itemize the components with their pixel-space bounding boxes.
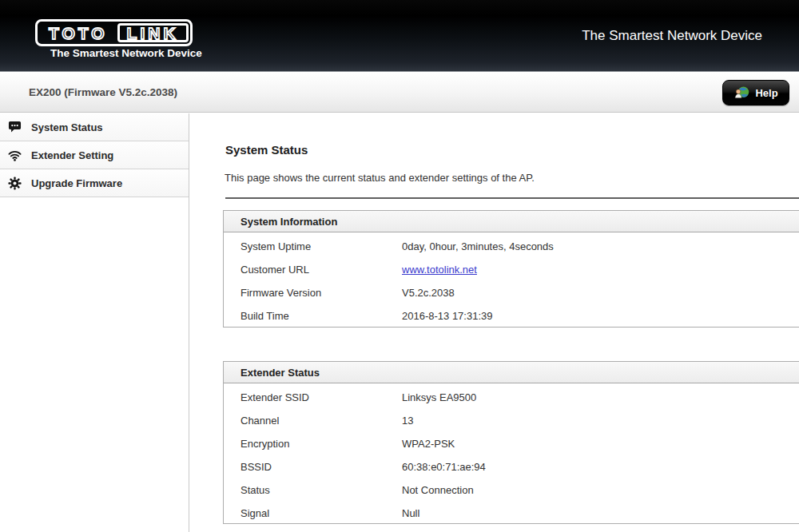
row-label: Customer URL [224, 264, 402, 276]
table-rows: Extender SSIDLinksys EA9500Channel13Encr… [224, 383, 799, 525]
logo-text-link: LINK [127, 25, 179, 42]
subheader-bar: EX200 (Firmware V5.2c.2038) Help [0, 73, 799, 113]
router-admin-page: TOTO LINK The Smartest Network Device Th… [0, 0, 799, 532]
help-button-label: Help [755, 87, 777, 99]
table-row: Channel13 [224, 409, 799, 432]
brand-header: TOTO LINK The Smartest Network Device Th… [0, 0, 799, 72]
sidebar-item-label: Upgrade Firmware [31, 177, 122, 189]
row-label: Channel [224, 415, 402, 427]
sidebar-item-label: Extender Setting [31, 149, 113, 161]
table-row: StatusNot Connection [224, 478, 799, 502]
row-label: Signal [224, 507, 402, 519]
sidebar-nav: System Status Extender Setting [0, 113, 189, 532]
sidebar-item-label: System Status [31, 121, 103, 133]
main-content: System Status This page shows the curren… [190, 113, 799, 532]
row-value: V5.2c.2038 [402, 287, 455, 299]
extender-status-table: Extender Status Extender SSIDLinksys EA9… [223, 361, 799, 524]
chat-status-icon [8, 121, 22, 134]
gear-icon [8, 177, 22, 190]
row-label: Firmware Version [224, 287, 402, 299]
sidebar-item-extender-setting[interactable]: Extender Setting [0, 141, 189, 169]
row-value: Linksys EA9500 [402, 391, 476, 403]
row-value: 60:38:e0:71:ae:94 [402, 461, 486, 473]
row-label: Extender SSID [224, 391, 402, 403]
table-row: Firmware VersionV5.2c.2038 [224, 281, 799, 304]
table-row: EncryptionWPA2-PSK [224, 432, 799, 455]
table-row: Customer URLwww.totolink.net [224, 258, 799, 281]
section-divider [225, 197, 799, 199]
header-tagline: The Smartest Network Device [582, 28, 762, 44]
page-title: System Status [225, 143, 308, 157]
table-rows: System Uptime0day, 0hour, 3minutes, 4sec… [224, 232, 799, 328]
logo-link-box: LINK [117, 23, 189, 42]
logo-text-toto: TOTO [38, 22, 117, 44]
customer-url-link[interactable]: www.totolink.net [402, 264, 477, 276]
page-description: This page shows the current status and e… [225, 172, 535, 184]
table-row: Build Time2016-8-13 17:31:39 [224, 304, 799, 328]
row-label: Build Time [224, 310, 402, 322]
help-support-icon [733, 85, 749, 101]
system-information-table: System Information System Uptime0day, 0h… [223, 210, 799, 328]
table-row: Extender SSIDLinksys EA9500 [224, 386, 799, 409]
row-value: Null [402, 507, 419, 519]
logo-tagline: The Smartest Network Device [50, 47, 202, 59]
table-title: Extender Status [224, 362, 799, 383]
sidebar-item-upgrade-firmware[interactable]: Upgrade Firmware [0, 169, 189, 197]
row-value: 2016-8-13 17:31:39 [402, 310, 492, 322]
device-firmware-title: EX200 (Firmware V5.2c.2038) [29, 73, 177, 113]
row-value: 0day, 0hour, 3minutes, 4seconds [402, 240, 554, 252]
row-label: System Uptime [224, 240, 402, 252]
help-button[interactable]: Help [722, 80, 789, 105]
wifi-icon [8, 149, 22, 162]
table-row: BSSID60:38:e0:71:ae:94 [224, 455, 799, 478]
table-row: System Uptime0day, 0hour, 3minutes, 4sec… [224, 235, 799, 258]
row-label: Status [224, 484, 402, 496]
row-value: 13 [402, 415, 413, 427]
table-row: SignalNull [224, 502, 799, 525]
row-value: Not Connection [402, 484, 474, 496]
table-title: System Information [224, 211, 799, 232]
row-label: Encryption [224, 438, 402, 450]
row-value: WPA2-PSK [402, 438, 455, 450]
row-label: BSSID [224, 461, 402, 473]
sidebar-item-system-status[interactable]: System Status [0, 113, 189, 141]
totolink-logo: TOTO LINK [35, 19, 193, 46]
